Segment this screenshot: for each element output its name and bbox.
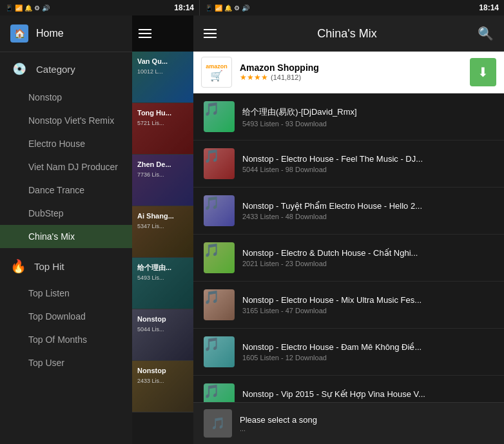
sidebar-sub-item[interactable]: DubStep — [0, 202, 132, 225]
bottom-player: 🎵 Please select a song ... — [193, 402, 504, 444]
middle-item[interactable]: Van Qu... 10012 L... — [132, 52, 193, 103]
middle-panel: Van Qu... 10012 L... Tong Hu... 5721 Lis… — [132, 15, 193, 444]
sidebar-sub-item[interactable]: Nonstop — [0, 86, 132, 109]
sidebar-sub-item[interactable]: Electro House — [0, 132, 132, 155]
status-left-icons: 📱📶🔔⚙🔊 — [5, 5, 50, 12]
song-thumbnail: 🎵 — [204, 101, 235, 132]
status-time-right: 18:14 — [479, 3, 499, 12]
sidebar-sub-item[interactable]: Viet Nam DJ Producer — [0, 155, 132, 179]
middle-list: Van Qu... 10012 L... Tong Hu... 5721 Lis… — [132, 52, 193, 412]
sidebar: 🏠 Home 💿 Category Nonstop Nonstop Viet's… — [0, 15, 132, 444]
song-thumbnail: 🎵 — [204, 195, 235, 226]
sidebar-sub-item[interactable]: Nonstop Viet's Remix — [0, 109, 132, 132]
category-icon: 💿 — [10, 60, 28, 78]
ad-text: Amazon Shopping ★★★★ (141,812) — [240, 63, 462, 82]
song-item[interactable]: 🎵 Nonstop - Electro House - Đam Mê Không… — [193, 329, 504, 376]
search-icon[interactable]: 🔍 — [478, 26, 494, 41]
song-item[interactable]: 🎵 Nonstop - Electro House - Mix Ultra Mu… — [193, 282, 504, 329]
right-header: China's Mix 🔍 — [193, 15, 504, 52]
amazon-logo: amazon 🛒 — [201, 57, 232, 88]
sidebar-category-label: Category — [36, 64, 75, 75]
ad-stars: ★★★★ — [240, 73, 268, 82]
middle-item[interactable]: Ai Shang... 5347 Lis... — [132, 206, 193, 258]
sidebar-top-user[interactable]: Top User — [0, 351, 132, 374]
status-right-icons-left: 📱📶🔔⚙🔊 — [205, 5, 249, 12]
home-icon: 🏠 — [10, 24, 28, 43]
sidebar-top-listen[interactable]: Top Listen — [0, 282, 132, 305]
song-info: Nonstop - Electro House - Mix Ultra Musi… — [242, 295, 494, 314]
right-panel: China's Mix 🔍 amazon 🛒 Amazon Shopping ★… — [193, 15, 504, 444]
song-thumbnail: 🎵 — [204, 336, 235, 367]
ad-download-button[interactable]: ⬇ — [470, 58, 496, 86]
sidebar-category: 💿 Category — [0, 52, 132, 86]
hamburger-icon[interactable] — [139, 29, 151, 38]
sidebar-top-download[interactable]: Top Download — [0, 305, 132, 328]
player-thumbnail: 🎵 — [204, 409, 232, 438]
song-thumbnail: 🎵 — [204, 289, 235, 320]
fire-icon: 🔥 — [10, 258, 26, 274]
middle-item[interactable]: Nonstop 2433 Lis... — [132, 361, 193, 412]
song-thumbnail: 🎵 — [204, 242, 235, 273]
song-info: 给个理由(易欣)-[DjDavid_Rmx] 5493 Listen - 93 … — [242, 106, 494, 128]
sidebar-home-label: Home — [36, 28, 64, 39]
sidebar-sub-item-active[interactable]: China's Mix — [0, 225, 132, 248]
song-thumbnail: 🎵 — [204, 383, 235, 402]
middle-item[interactable]: 给个理由... 5493 Lis... — [132, 258, 193, 309]
middle-item[interactable]: Nonstop 5044 Lis... — [132, 309, 193, 361]
song-info: Nonstop - Electro & Dutch House - Chất N… — [242, 248, 494, 267]
right-panel-title: China's Mix — [227, 27, 467, 41]
song-item[interactable]: 🎵 Nonstop - Tuyệt Phẩm Electro House - H… — [193, 188, 504, 235]
song-item[interactable]: 🎵 给个理由(易欣)-[DjDavid_Rmx] 5493 Listen - 9… — [193, 93, 504, 140]
ad-banner[interactable]: amazon 🛒 Amazon Shopping ★★★★ (141,812) … — [193, 52, 504, 93]
song-item[interactable]: 🎵 Nonstop - Electro & Dutch House - Chất… — [193, 235, 504, 282]
middle-item[interactable]: Zhen De... 7736 Lis... — [132, 155, 193, 206]
song-info: Nonstop - Tuyệt Phẩm Electro House - Hel… — [242, 201, 494, 220]
sidebar-home[interactable]: 🏠 Home — [0, 15, 132, 52]
song-info: Nonstop - Electro House - Đam Mê Không Đ… — [242, 342, 494, 362]
song-item[interactable]: 🎵 Nonstop - Vip 2015 - Sự Kết Hợp Vina H… — [193, 376, 504, 402]
song-thumbnail: 🎵 — [204, 148, 235, 179]
song-info: Nonstop - Electro House - Feel The Music… — [242, 154, 494, 173]
middle-header — [132, 15, 193, 52]
right-hamburger-icon[interactable] — [204, 29, 217, 38]
status-time-left: 18:14 — [174, 3, 194, 12]
sidebar-top-months[interactable]: Top Of Months — [0, 328, 132, 351]
song-item[interactable]: 🎵 Nonstop - Electro House - Feel The Mus… — [193, 140, 504, 188]
song-info: Nonstop - Vip 2015 - Sự Kết Hợp Vina Hou… — [242, 389, 494, 402]
ad-reviews: (141,812) — [271, 73, 301, 81]
sidebar-tophit: 🔥 Top Hit — [0, 251, 132, 282]
sidebar-sub-item[interactable]: Dance Trance — [0, 179, 132, 202]
song-list: 🎵 给个理由(易欣)-[DjDavid_Rmx] 5493 Listen - 9… — [193, 93, 504, 402]
sidebar-tophit-label: Top Hit — [34, 261, 64, 272]
player-info: Please select a song ... — [240, 415, 494, 432]
middle-item[interactable]: Tong Hu... 5721 Lis... — [132, 103, 193, 155]
